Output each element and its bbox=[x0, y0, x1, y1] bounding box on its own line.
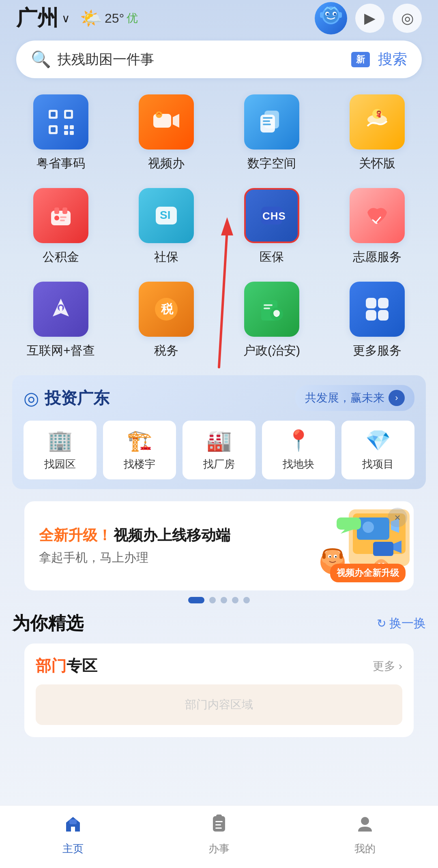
app-item-fund[interactable]: 公积金 bbox=[12, 188, 110, 265]
svg-point-68 bbox=[329, 556, 331, 558]
nav-item-todo[interactable]: 办事 bbox=[146, 814, 292, 856]
svg-rect-16 bbox=[51, 127, 56, 132]
invest-section: ◎ 投资广东 共发展，赢未来 › 🏢 找园区 🏗️ 找楼宇 🏭 找厂房 📍 找地… bbox=[12, 375, 426, 489]
search-bar[interactable]: 🔍 扶残助困一件事 新 搜索 bbox=[16, 41, 422, 78]
nav-label-mine: 我的 bbox=[354, 842, 376, 856]
carousel-dot-1[interactable] bbox=[188, 597, 204, 603]
app-icon-tax: 税 bbox=[139, 282, 194, 337]
refresh-icon: ↻ bbox=[377, 617, 386, 630]
app-icon-fund bbox=[33, 188, 88, 243]
svg-point-20 bbox=[156, 111, 162, 118]
dept-title: 部门专区 bbox=[36, 656, 97, 676]
banner-title-bold: 视频办上线移动端 bbox=[114, 527, 230, 543]
app-grid-area: 粤省事码 视频办 bbox=[0, 86, 438, 367]
app-label-huzheng: 户政(治安) bbox=[243, 342, 300, 359]
svg-rect-34 bbox=[60, 220, 65, 221]
banner-content: 全新升级！ 视频办上线移动端 拿起手机，马上办理 bbox=[24, 511, 300, 581]
app-item-video-office[interactable]: 视频办 bbox=[118, 94, 215, 172]
invest-label-land: 找地块 bbox=[283, 457, 314, 471]
banner-container: 全新升级！ 视频办上线移动端 拿起手机，马上办理 bbox=[12, 501, 426, 590]
dept-header: 部门专区 更多 › bbox=[36, 656, 402, 676]
svg-rect-23 bbox=[263, 117, 273, 119]
app-item-volunteer[interactable]: 志愿服务 bbox=[328, 188, 426, 265]
app-label-tax: 税务 bbox=[154, 342, 178, 359]
app-icon-video-office bbox=[139, 94, 194, 150]
invest-icon-project: 💎 bbox=[365, 429, 391, 452]
banner-title-highlight: 全新升级！ bbox=[39, 527, 112, 543]
location-icon: ▶ bbox=[364, 10, 376, 27]
nav-label-home: 主页 bbox=[62, 842, 84, 856]
banner-upgrade-badge: 视频办全新升级 bbox=[330, 564, 406, 582]
svg-text:★: ★ bbox=[58, 306, 64, 313]
app-item-more-services[interactable]: 更多服务 bbox=[328, 282, 426, 359]
svg-rect-2 bbox=[320, 12, 323, 18]
weather-quality: 优 bbox=[127, 11, 138, 26]
city-name[interactable]: 广州 bbox=[16, 4, 58, 32]
invest-icon-land: 📍 bbox=[286, 429, 311, 452]
svg-rect-24 bbox=[263, 120, 270, 122]
for-you-refresh-button[interactable]: ↻ 换一换 bbox=[377, 615, 426, 632]
nav-item-mine[interactable]: 我的 bbox=[292, 814, 438, 856]
carousel-dot-3[interactable] bbox=[221, 597, 227, 603]
app-item-yue-code[interactable]: 粤省事码 bbox=[12, 94, 110, 172]
weather-info: 🌤️ 25° 优 bbox=[80, 8, 138, 29]
app-label-internet-supervision: 互联网+督查 bbox=[27, 342, 95, 359]
app-label-social: 社保 bbox=[154, 249, 178, 265]
app-label-volunteer: 志愿服务 bbox=[353, 249, 402, 265]
invest-item-factory[interactable]: 🏭 找厂房 bbox=[182, 421, 256, 479]
status-bar: 广州 ∨ 🌤️ 25° 优 bbox=[0, 0, 438, 32]
svg-point-6 bbox=[326, 13, 329, 15]
app-item-digital-space[interactable]: 数字空间 bbox=[223, 94, 320, 172]
app-icon-volunteer bbox=[350, 188, 405, 243]
svg-point-32 bbox=[54, 216, 59, 220]
invest-logo-text: 投资广东 bbox=[45, 387, 110, 409]
dept-more-text: 更多 › bbox=[373, 658, 402, 674]
svg-text:税: 税 bbox=[161, 302, 174, 316]
nav-item-home[interactable]: 主页 bbox=[0, 814, 146, 856]
app-label-care-version: 关怀版 bbox=[359, 155, 395, 172]
dept-title-orange: 部门 bbox=[36, 657, 67, 674]
search-icon: 🔍 bbox=[31, 50, 51, 69]
invest-item-land[interactable]: 📍 找地块 bbox=[262, 421, 335, 479]
city-dropdown-arrow[interactable]: ∨ bbox=[62, 12, 70, 25]
dept-section: 部门专区 更多 › 部门内容区域 bbox=[24, 644, 414, 737]
carousel-dot-4[interactable] bbox=[232, 597, 238, 603]
invest-icon-building: 🏗️ bbox=[127, 429, 152, 452]
search-button[interactable]: 搜索 bbox=[378, 49, 407, 69]
avatar-button[interactable] bbox=[315, 2, 347, 34]
invest-slogan[interactable]: 共发展，赢未来 › bbox=[295, 385, 414, 411]
svg-rect-3 bbox=[339, 12, 342, 18]
for-you-section: 为你精选 ↻ 换一换 部门专区 更多 › 部门内容区域 bbox=[12, 611, 426, 737]
svg-point-59 bbox=[363, 522, 374, 533]
app-icon-digital-space bbox=[244, 94, 299, 150]
app-item-care-version[interactable]: 🧣 关怀版 bbox=[328, 94, 426, 172]
svg-rect-52 bbox=[378, 310, 389, 321]
banner-close-button[interactable]: × bbox=[388, 508, 407, 527]
app-item-medical[interactable]: CHS 医保 bbox=[223, 188, 320, 265]
app-item-tax[interactable]: 税 税务 bbox=[118, 282, 215, 359]
svg-rect-80 bbox=[69, 819, 77, 824]
status-right: ▶ ◎ bbox=[315, 2, 422, 34]
app-item-internet-supervision[interactable]: ★ 互联网+督查 bbox=[12, 282, 110, 359]
svg-point-7 bbox=[334, 13, 336, 15]
carousel-dot-5[interactable] bbox=[243, 597, 250, 603]
svg-rect-82 bbox=[215, 821, 223, 822]
search-placeholder-text: 扶残助困一件事 bbox=[58, 50, 346, 69]
app-item-social[interactable]: SI 社保 bbox=[118, 188, 215, 265]
app-item-huzheng[interactable]: 户政(治安) bbox=[223, 282, 320, 359]
location-button[interactable]: ▶ bbox=[355, 4, 384, 33]
carousel-dot-2[interactable] bbox=[209, 597, 216, 603]
invest-item-park[interactable]: 🏢 找园区 bbox=[24, 421, 97, 479]
weather-icon: 🌤️ bbox=[80, 8, 102, 29]
svg-rect-31 bbox=[62, 207, 67, 214]
svg-rect-25 bbox=[263, 124, 271, 125]
invest-item-project[interactable]: 💎 找项目 bbox=[341, 421, 414, 479]
scan-button[interactable]: ◎ bbox=[393, 4, 422, 33]
invest-item-building[interactable]: 🏗️ 找楼宇 bbox=[103, 421, 176, 479]
invest-icon-park: 🏢 bbox=[47, 429, 73, 452]
nav-icon-home bbox=[63, 814, 83, 838]
dept-more-button[interactable]: 更多 › bbox=[373, 658, 402, 674]
svg-point-1 bbox=[324, 8, 338, 23]
search-new-badge: 新 bbox=[351, 52, 370, 67]
carousel-dots bbox=[0, 597, 438, 603]
